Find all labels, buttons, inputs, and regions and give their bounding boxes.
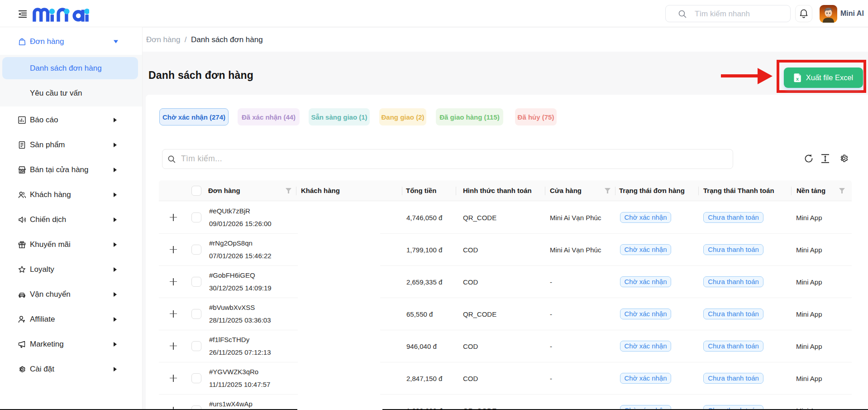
svg-text:x: x (796, 76, 799, 82)
